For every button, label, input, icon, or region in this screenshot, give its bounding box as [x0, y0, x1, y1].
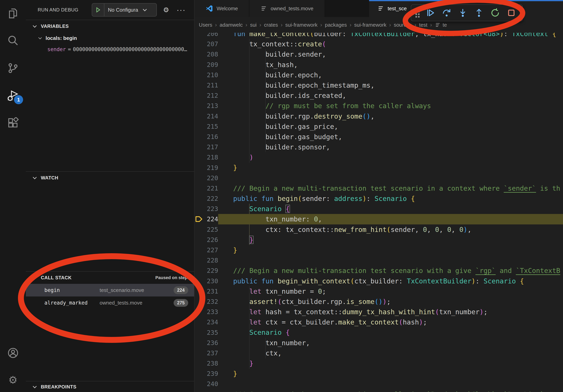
- variable-row[interactable]: sender = 0000000000000000000000000000000…: [26, 44, 194, 55]
- breadcrumb-item[interactable]: Users: [199, 22, 212, 28]
- line-number[interactable]: 223: [194, 205, 218, 213]
- variables-header[interactable]: VARIABLES: [26, 20, 194, 32]
- line-number[interactable]: 222: [194, 195, 218, 202]
- tab-owned-tests[interactable]: owned_tests.move: [249, 0, 325, 17]
- equals-sign: =: [66, 46, 73, 52]
- breadcrumb-item[interactable]: sources: [394, 22, 412, 28]
- settings-gear-icon[interactable]: ⚙: [0, 369, 26, 391]
- debug-settings-gear-icon[interactable]: ⚙: [159, 0, 173, 20]
- code-text: }: [218, 235, 563, 245]
- line-number[interactable]: 241: [194, 391, 218, 392]
- search-icon[interactable]: [0, 30, 26, 51]
- breadcrumb-item[interactable]: sui-framework: [285, 22, 317, 28]
- line-number[interactable]: 210: [194, 71, 218, 79]
- code-line: 229/// Begin a new multi-transaction tes…: [194, 265, 563, 276]
- line-number[interactable]: 208: [194, 51, 218, 58]
- debug-toolbar: [411, 4, 523, 21]
- line-number[interactable]: 228: [194, 257, 218, 264]
- explorer-icon[interactable]: [0, 2, 26, 24]
- views-more-actions-icon[interactable]: ···: [174, 0, 188, 20]
- line-number[interactable]: 218: [194, 154, 218, 161]
- line-number[interactable]: 226: [194, 236, 218, 244]
- call-stack-header[interactable]: CALL STACK Paused on step: [26, 272, 194, 284]
- account-icon[interactable]: [0, 342, 26, 364]
- line-number[interactable]: 239: [194, 370, 218, 377]
- call-stack-frame[interactable]: begintest_scenario.move224: [26, 284, 194, 297]
- breadcrumb-item[interactable]: test: [419, 22, 427, 28]
- launch-configuration-dropdown[interactable]: No Configura: [92, 3, 157, 17]
- step-out-button[interactable]: [471, 6, 487, 20]
- code-line: 228: [194, 255, 563, 265]
- debug-toolbar-buttons: [422, 6, 519, 20]
- line-number[interactable]: 233: [194, 308, 218, 316]
- frame-line-badge: 224: [174, 287, 188, 294]
- line-number[interactable]: 221: [194, 184, 218, 192]
- line-number[interactable]: 234: [194, 318, 218, 326]
- code-line: 207 tx_context::create(: [194, 39, 563, 49]
- code-line: 234 let ctx = ctx_builder.make_tx_contex…: [194, 317, 563, 327]
- call-stack-frame[interactable]: already_markedowned_tests.move275: [26, 297, 194, 309]
- restart-button[interactable]: [487, 6, 503, 20]
- chevron-down-icon: [33, 384, 37, 388]
- code-line: 224 txn_number: 0,: [194, 214, 563, 224]
- line-number[interactable]: 230: [194, 277, 218, 285]
- breadcrumb-item[interactable]: packages: [325, 22, 347, 28]
- continue-button[interactable]: [422, 6, 438, 20]
- extensions-icon[interactable]: [0, 112, 26, 134]
- code-text: builder.sender,: [218, 49, 563, 59]
- code-line: 233 let hash = tx_context::dummy_tx_hash…: [194, 307, 563, 317]
- line-number[interactable]: 219: [194, 164, 218, 171]
- line-number[interactable]: 231: [194, 287, 218, 295]
- code-line: 226 }: [194, 235, 563, 245]
- line-number[interactable]: 227: [194, 246, 218, 254]
- breakpoints-section: BREAKPOINTS: [26, 381, 194, 392]
- line-number[interactable]: 213: [194, 102, 218, 110]
- breadcrumb-separator: ›: [386, 22, 394, 28]
- line-number[interactable]: 216: [194, 133, 218, 141]
- breadcrumb-item[interactable]: crates: [264, 22, 278, 28]
- code-text: builder.sponsor,: [218, 142, 563, 152]
- watch-header[interactable]: WATCH: [26, 172, 194, 184]
- breadcrumb-item[interactable]: sui-framework: [354, 22, 386, 28]
- breadcrumb-separator: ›: [278, 22, 285, 28]
- run-and-debug-icon[interactable]: 1: [0, 85, 26, 107]
- step-into-button[interactable]: [455, 6, 471, 20]
- line-number[interactable]: 225: [194, 226, 218, 233]
- line-number[interactable]: 236: [194, 339, 218, 347]
- code-text: txn_number,: [218, 338, 563, 348]
- code-editor[interactable]: 206fun make_tx_context(builder: TxContex…: [194, 29, 563, 392]
- code-line: 217 builder.sponsor,: [194, 142, 563, 152]
- start-debugging-icon[interactable]: [92, 3, 104, 16]
- source-control-icon[interactable]: [0, 57, 26, 79]
- line-number[interactable]: 237: [194, 349, 218, 357]
- code-text: builder.epoch_timestamp_ms,: [218, 80, 563, 91]
- line-number[interactable]: 238: [194, 360, 218, 367]
- step-over-button[interactable]: [438, 6, 455, 20]
- code-text: builder.rgp.destroy_some(),: [218, 111, 563, 121]
- stop-button[interactable]: [503, 6, 519, 20]
- line-number[interactable]: 229: [194, 267, 218, 274]
- code-line: 222public fun begin(sender: address): Sc…: [194, 194, 563, 204]
- breadcrumb-item[interactable]: adamwelc: [219, 22, 243, 28]
- line-number[interactable]: 220: [194, 174, 218, 182]
- line-number[interactable]: 209: [194, 61, 218, 68]
- sidebar-title: RUN AND DEBUG: [38, 7, 78, 13]
- debug-badge: 1: [14, 95, 23, 104]
- tab-welcome[interactable]: Welcome: [194, 0, 249, 17]
- sidebar-header: RUN AND DEBUG No Configura ⚙ ···: [26, 0, 194, 20]
- line-number[interactable]: 211: [194, 81, 218, 89]
- line-number[interactable]: 215: [194, 123, 218, 130]
- line-number[interactable]: 217: [194, 143, 218, 151]
- breadcrumb-item[interactable]: te: [435, 22, 447, 28]
- scope-row[interactable]: locals: begin: [26, 32, 194, 44]
- line-number[interactable]: 207: [194, 40, 218, 48]
- breadcrumb-item[interactable]: sui: [250, 22, 257, 28]
- toolbar-drag-handle[interactable]: [415, 8, 420, 18]
- line-number[interactable]: 212: [194, 92, 218, 99]
- line-number[interactable]: 235: [194, 329, 218, 336]
- code-line: 223 Scenario {: [194, 204, 563, 214]
- line-number[interactable]: 240: [194, 380, 218, 388]
- line-number[interactable]: 214: [194, 113, 218, 120]
- line-number[interactable]: 232: [194, 298, 218, 305]
- breakpoints-header[interactable]: BREAKPOINTS: [26, 381, 194, 392]
